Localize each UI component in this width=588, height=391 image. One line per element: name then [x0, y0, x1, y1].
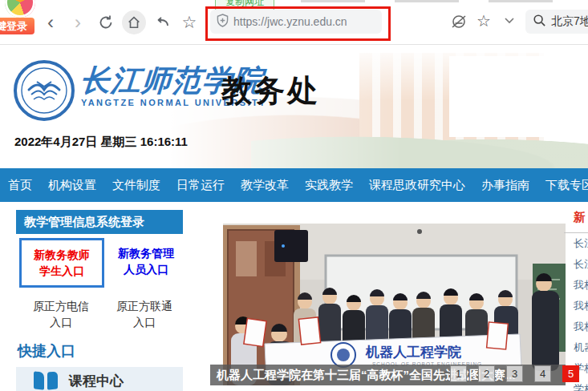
- login-badge[interactable]: 键登录: [0, 18, 34, 34]
- shield-permission-icon: [217, 14, 229, 30]
- nav-item-2[interactable]: 机构设置: [40, 168, 104, 202]
- department-title: 教务处: [221, 71, 320, 111]
- search-icon: [533, 14, 545, 30]
- entry-label: 新教务管理: [118, 247, 174, 260]
- carousel-page-3[interactable]: 3: [506, 365, 523, 382]
- system-login-header: 教学管理信息系统登录: [16, 210, 183, 234]
- undo-icon[interactable]: [151, 10, 175, 34]
- entry-label: 原正方电信: [33, 300, 89, 312]
- nav-item-5[interactable]: 教学改革: [233, 168, 297, 202]
- quick-links-header: 快捷入口: [18, 341, 75, 361]
- favorite-page-icon[interactable]: ☆: [476, 11, 491, 30]
- search-hotword[interactable]: 北京7地: [551, 14, 588, 29]
- nav-item-6[interactable]: 实践教学: [297, 168, 361, 202]
- news-item[interactable]: 我校: [564, 275, 588, 296]
- entry-label: 新教务教师学生入口: [34, 247, 90, 279]
- tab-edge: [395, 0, 459, 2]
- tab-edge: [489, 0, 553, 2]
- entry-zhengfang-telecom[interactable]: 原正方电信 入口: [19, 298, 103, 330]
- carousel-page-1[interactable]: 1: [450, 365, 467, 382]
- ie-compat-icon[interactable]: [449, 12, 468, 31]
- news-item[interactable]: 我校: [564, 296, 588, 316]
- entry-label: 人员入口: [124, 263, 168, 276]
- entry-label: 入口: [133, 316, 156, 329]
- browser-logo-icon[interactable]: [5, 0, 35, 18]
- address-bar[interactable]: https://jwc.yznu.edu.cn: [210, 10, 382, 34]
- book-icon: [34, 372, 58, 389]
- news-panel: 新 长江长江我校我校我校机器学校学校: [564, 208, 588, 391]
- nav-item-7[interactable]: 课程思政研究中心: [361, 168, 473, 202]
- news-item[interactable]: 长江: [564, 254, 588, 275]
- nav-item-4[interactable]: 日常运行: [168, 168, 233, 202]
- news-item[interactable]: 我校: [564, 316, 588, 337]
- carousel-page-5[interactable]: 5: [562, 365, 579, 382]
- carousel-page-4[interactable]: 4: [534, 365, 551, 382]
- carousel-pagination: 12345: [450, 365, 579, 382]
- home-icon[interactable]: [122, 10, 146, 34]
- university-seal-logo: [13, 59, 75, 122]
- chevron-down-icon[interactable]: [503, 14, 516, 30]
- browser-toolbar: 键登录 复制网址 ‹ › ☆ https://jwc.yznu.edu.cn ☆: [0, 0, 588, 45]
- quick-link-course-center[interactable]: 课程中心: [16, 367, 183, 391]
- news-item[interactable]: 机器: [564, 337, 588, 358]
- nav-item-3[interactable]: 文件制度: [104, 168, 168, 202]
- news-item[interactable]: 长江: [564, 233, 588, 254]
- carousel-page-2[interactable]: 2: [478, 365, 495, 382]
- main-nav: 首页机构设置文件制度日常运行教学改革实践教学课程思政研究中心办事指南下载专区: [0, 168, 588, 202]
- forward-icon[interactable]: ›: [66, 10, 90, 34]
- entry-new-teacher-student[interactable]: 新教务教师学生入口: [19, 238, 104, 288]
- search-box[interactable]: 北京7地: [525, 10, 588, 34]
- nav-item-8[interactable]: 办事指南: [473, 168, 537, 202]
- news-panel-title: 新: [564, 208, 588, 232]
- site-header: 长江师范学院 YANGTZE NORMAL UNIVERSITY 教务处 202…: [0, 45, 588, 168]
- url-text[interactable]: https://jwc.yznu.edu.cn: [233, 15, 347, 28]
- entry-label: 原正方联通: [116, 300, 172, 312]
- entry-new-admin[interactable]: 新教务管理 人员入口: [104, 245, 188, 277]
- nav-item-9[interactable]: 下载专区: [537, 168, 588, 202]
- refresh-icon[interactable]: [94, 10, 118, 34]
- nav-item-1[interactable]: 首页: [0, 168, 40, 202]
- tab-edge: [301, 0, 365, 2]
- back-icon[interactable]: ‹: [39, 10, 63, 34]
- datetime-text: 2022年4月27日 星期三 16:16:11: [14, 135, 188, 150]
- entry-zhengfang-unicom[interactable]: 原正方联通 入口: [103, 298, 186, 330]
- carousel-photo[interactable]: 机器人工程学院 SCHOOL OF ROBOT ENGINEERING: [223, 224, 566, 385]
- course-center-label: 课程中心: [69, 372, 124, 390]
- header-overlay-box: [449, 56, 588, 137]
- entry-label: 入口: [50, 316, 72, 329]
- banner-title: 机器人工程学院: [365, 345, 462, 360]
- bookmark-star-icon[interactable]: ☆: [177, 10, 201, 34]
